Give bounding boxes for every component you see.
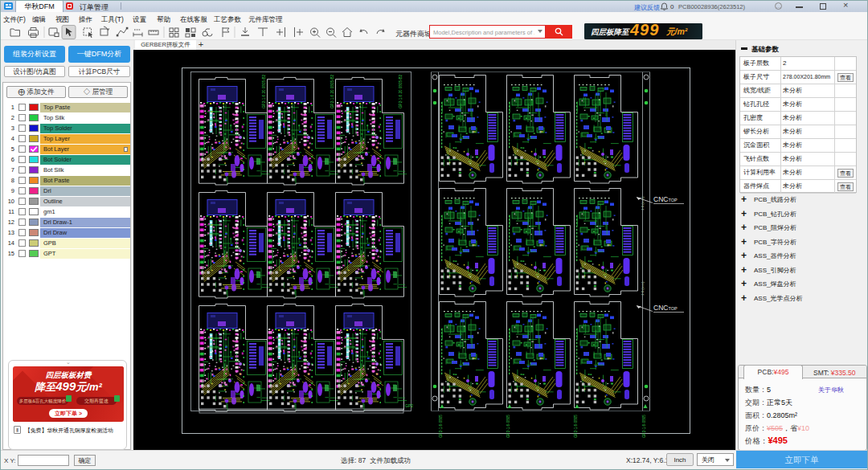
svg-text:GP2-1.6-0805: GP2-1.6-0805 bbox=[574, 415, 578, 438]
svg-text:GP2-1.6 20 0805-B2: GP2-1.6 20 0805-B2 bbox=[262, 74, 266, 108]
svg-text:GP2: GP2 bbox=[405, 403, 413, 408]
svg-text:GP2-1.6-0805: GP2-1.6-0805 bbox=[506, 415, 510, 438]
svg-text:GP2-1.6-0805: GP2-1.6-0805 bbox=[642, 415, 646, 438]
svg-text:GP2-1.6 20 0805-B2: GP2-1.6 20 0805-B2 bbox=[399, 74, 403, 108]
svg-text:GP2-1.6-0805: GP2-1.6-0805 bbox=[439, 415, 443, 438]
svg-text:GP2-1.6 20 0805-B2: GP2-1.6 20 0805-B2 bbox=[330, 74, 334, 108]
svg-text:1.6 (mm): 1.6 (mm) bbox=[641, 281, 645, 296]
svg-text:1.6 (mm): 1.6 (mm) bbox=[641, 196, 645, 210]
